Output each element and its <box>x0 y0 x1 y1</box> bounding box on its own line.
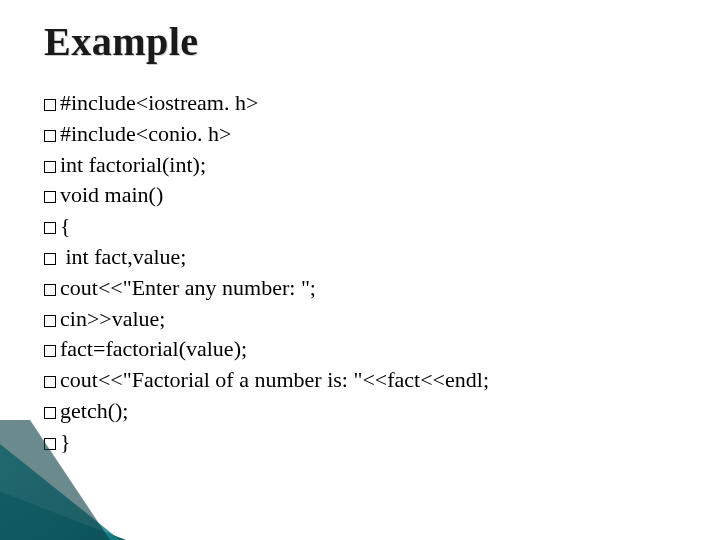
bullet-icon <box>44 315 56 327</box>
bullet-icon <box>44 191 56 203</box>
code-text: #include<iostream. h> <box>60 90 258 115</box>
code-line: #include<conio. h> <box>44 119 684 150</box>
bullet-icon <box>44 284 56 296</box>
bullet-icon <box>44 253 56 265</box>
code-text: void main() <box>60 182 163 207</box>
bullet-icon <box>44 130 56 142</box>
code-line: { <box>44 211 684 242</box>
code-line: cout<<"Enter any number: "; <box>44 273 684 304</box>
bullet-icon <box>44 407 56 419</box>
bullet-icon <box>44 99 56 111</box>
code-text: fact=factorial(value); <box>60 336 247 361</box>
bullet-icon <box>44 376 56 388</box>
code-line: cout<<"Factorial of a number is: "<<fact… <box>44 365 684 396</box>
slide: Example #include<iostream. h> #include<c… <box>0 0 720 540</box>
decorative-wedge <box>0 420 290 540</box>
bullet-icon <box>44 345 56 357</box>
code-text: cout<<"Enter any number: "; <box>60 275 316 300</box>
code-line: fact=factorial(value); <box>44 334 684 365</box>
code-text: cin>>value; <box>60 306 165 331</box>
slide-title: Example <box>44 18 199 65</box>
code-text: #include<conio. h> <box>60 121 231 146</box>
bullet-icon <box>44 161 56 173</box>
code-body: #include<iostream. h> #include<conio. h>… <box>44 88 684 458</box>
code-line: #include<iostream. h> <box>44 88 684 119</box>
code-line: int factorial(int); <box>44 150 684 181</box>
code-text: cout<<"Factorial of a number is: "<<fact… <box>60 367 489 392</box>
code-line: cin>>value; <box>44 304 684 335</box>
bullet-icon <box>44 222 56 234</box>
code-text: int factorial(int); <box>60 152 206 177</box>
code-line: void main() <box>44 180 684 211</box>
code-text: { <box>60 213 71 238</box>
svg-marker-2 <box>0 420 110 540</box>
code-text: int fact,value; <box>60 244 186 269</box>
code-line: int fact,value; <box>44 242 684 273</box>
